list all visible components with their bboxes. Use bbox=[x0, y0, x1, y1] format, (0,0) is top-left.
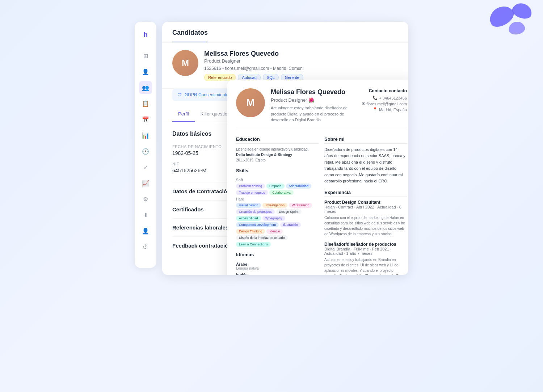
panel-header: Candidatos bbox=[162, 22, 408, 43]
exp-desc-1: Colaboro con el equipo de marketing de H… bbox=[324, 215, 407, 237]
skill-tag: Adaptabilidad bbox=[286, 184, 312, 189]
skill-tag: Component Development bbox=[236, 222, 279, 227]
education-section: Educación Licenciada en diseño interacti… bbox=[236, 136, 319, 163]
exp-item-2: Diseñador/diseñador de productos Digital… bbox=[324, 242, 407, 275]
lang-english: Inglés Avanzado tanto hablado como escri… bbox=[236, 273, 319, 275]
sidebar-item-timer[interactable]: ⏱ bbox=[139, 240, 152, 253]
user-icon: 👤 bbox=[142, 68, 149, 75]
settings-icon: ⚙ bbox=[143, 196, 148, 203]
skill-tag: Accesibilidad bbox=[236, 216, 261, 221]
app-logo: h bbox=[140, 29, 151, 41]
resume-contact: Contacto contacto 📞 + 34645123456 ✉ flor… bbox=[362, 88, 407, 123]
skill-tag: Visual design bbox=[236, 203, 261, 208]
skill-tag: Design Thinking bbox=[236, 229, 265, 234]
resume-body: Educación Licenciada en diseño interacti… bbox=[236, 136, 407, 275]
education-degree: Licenciada en diseño interactivo y usabi… bbox=[236, 147, 319, 152]
skill-tag: Diseño de la interfaz de usuario bbox=[236, 235, 288, 240]
resume-bio: Actualmente estoy trabajando diseñador d… bbox=[271, 105, 356, 123]
education-school: Delta Institute Design & Strategy bbox=[236, 152, 319, 157]
sidebar-item-download[interactable]: ⬇ bbox=[139, 208, 152, 222]
exp-item-1: Product Design Consultant Halan · Contra… bbox=[324, 200, 407, 237]
calendar-icon: 📅 bbox=[142, 116, 149, 123]
skill-tag: Empatía bbox=[266, 184, 285, 189]
skill-tag: Creación de prototipos bbox=[236, 209, 275, 214]
education-years: 2011-2015, Egipto bbox=[236, 157, 319, 163]
skill-tag: Typegraphy bbox=[262, 216, 285, 221]
contact-phone: 📞 + 34645123456 bbox=[362, 96, 407, 100]
about-section: Sobre mi Diseñadora de productos digital… bbox=[324, 136, 407, 185]
hard-skills-label: Hard bbox=[236, 197, 319, 201]
resume-left-col: Educación Licenciada en diseño interacti… bbox=[236, 136, 319, 275]
sidebar-item-check[interactable]: ✓ bbox=[139, 161, 152, 174]
resume-header: M Melissa Flores Quevedo Product Designe… bbox=[236, 88, 407, 129]
exp-title-1: Product Design Consultant bbox=[324, 200, 407, 205]
candidate-name: Melissa Flores Quevedo bbox=[204, 50, 398, 58]
home-icon: ⊞ bbox=[143, 52, 148, 59]
contact-location: 📍 Madrid, España bbox=[362, 107, 407, 112]
languages-title: Idiomas bbox=[236, 252, 319, 259]
phone-icon: 📞 bbox=[372, 96, 378, 100]
users-icon: 👥 bbox=[142, 84, 149, 91]
candidate-role: Product Designer bbox=[204, 58, 398, 64]
exp-title-2: Diseñador/diseñador de productos bbox=[324, 242, 407, 247]
resume-name-block: Melissa Flores Quevedo Product Designer … bbox=[271, 88, 356, 123]
exp-company-1: Halan · Contract · Abril 2022 · Actualid… bbox=[324, 205, 407, 214]
sidebar-item-home[interactable]: ⊞ bbox=[139, 49, 152, 62]
skill-tag: Problem solving bbox=[236, 184, 265, 189]
exp-desc-2: Actualmente estoy trabajando en Brandia … bbox=[324, 257, 407, 275]
skill-tag: Colaborativa bbox=[269, 190, 294, 195]
skill-tag: Trabajo en equipo bbox=[236, 190, 268, 195]
docs-icon: 📋 bbox=[142, 100, 149, 107]
candidate-meta: 1525616 • flores.meli@gmail.com • Madrid… bbox=[204, 66, 398, 71]
skill-tag: Ilustración bbox=[280, 222, 301, 227]
contact-title: Contacto contacto bbox=[362, 88, 407, 93]
skill-tag: Lean a Connections bbox=[236, 242, 271, 247]
skill-tag: Ideació bbox=[266, 229, 283, 234]
soft-skills-tags: Problem solving Empatía Adaptabilidad Tr… bbox=[236, 184, 319, 195]
email-icon: ✉ bbox=[362, 101, 365, 106]
sidebar-item-docs[interactable]: 📋 bbox=[139, 97, 152, 110]
contact-email: ✉ flores.meli@gmail.com bbox=[362, 101, 407, 106]
candidate-avatar: M bbox=[172, 50, 198, 76]
hard-skills-tags: Visual design Investigación Wireframing … bbox=[236, 203, 319, 247]
skill-tag: Investigación bbox=[262, 203, 287, 208]
main-panel: Candidatos M Melissa Flores Quevedo Prod… bbox=[162, 22, 408, 275]
sidebar: h ⊞ 👤 👥 📋 📅 📊 🕐 ✓ 📈 ⚙ bbox=[135, 22, 156, 268]
sidebar-item-settings[interactable]: ⚙ bbox=[139, 193, 152, 206]
languages-section: Idiomas Árabe Lengua nativa Inglés Avanz… bbox=[236, 252, 319, 275]
resume-role: Product Designer 🌺 bbox=[271, 97, 356, 103]
panel-title: Candidatos bbox=[172, 29, 208, 42]
timer-icon: ⏱ bbox=[143, 244, 148, 250]
chart-icon: 📊 bbox=[142, 132, 149, 139]
skills-section: Skills Soft Problem solving Empatía Adap… bbox=[236, 168, 319, 247]
resume-avatar: M bbox=[236, 88, 265, 117]
experience-title: Experiencia bbox=[324, 190, 407, 197]
report-icon: 📈 bbox=[142, 180, 149, 187]
role-emoji: 🌺 bbox=[308, 97, 314, 103]
resume-card: M Melissa Flores Quevedo Product Designe… bbox=[227, 80, 408, 275]
resume-right-col: Sobre mi Diseñadora de productos digital… bbox=[324, 136, 407, 275]
clock-icon: 🕐 bbox=[142, 148, 149, 155]
resume-name: Melissa Flores Quevedo bbox=[271, 88, 356, 96]
sidebar-item-chart[interactable]: 📊 bbox=[139, 129, 152, 142]
skill-tag: Wireframing bbox=[289, 203, 312, 208]
shield-icon: 🛡 bbox=[177, 92, 182, 97]
sidebar-item-clock[interactable]: 🕐 bbox=[139, 145, 152, 158]
experience-section: Experiencia Product Design Consultant Ha… bbox=[324, 190, 407, 275]
about-title: Sobre mi bbox=[324, 136, 407, 144]
sidebar-item-user[interactable]: 👤 bbox=[139, 65, 152, 78]
skills-title: Skills bbox=[236, 168, 319, 175]
about-text: Diseñadora de productos digitales con 14… bbox=[324, 147, 407, 185]
location-icon: 📍 bbox=[372, 107, 378, 112]
tab-perfil[interactable]: Perfil bbox=[172, 107, 195, 122]
exp-company-2: Digital Brandia · Full-time · Feb 2021 ·… bbox=[324, 247, 407, 256]
sidebar-item-profile[interactable]: 👤 bbox=[139, 224, 152, 237]
download-icon: ⬇ bbox=[143, 212, 148, 219]
sidebar-item-users[interactable]: 👥 bbox=[139, 81, 152, 94]
sidebar-item-report[interactable]: 📈 bbox=[139, 177, 152, 190]
main-wrapper: h ⊞ 👤 👥 📋 📅 📊 🕐 ✓ 📈 ⚙ bbox=[0, 0, 543, 392]
sidebar-item-calendar[interactable]: 📅 bbox=[139, 113, 152, 126]
lang-arabic: Árabe Lengua nativa bbox=[236, 262, 319, 270]
soft-skills-label: Soft bbox=[236, 178, 319, 182]
candidate-details: Melissa Flores Quevedo Product Designer … bbox=[204, 50, 398, 81]
